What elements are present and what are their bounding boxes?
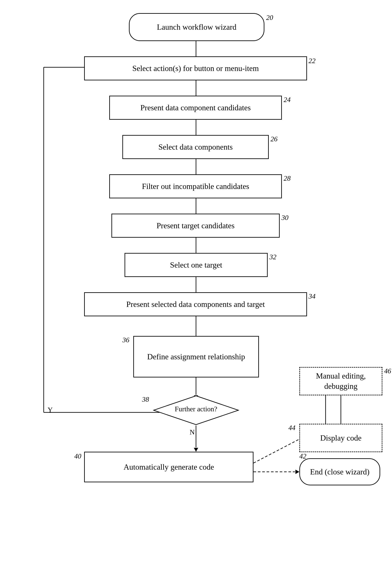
manual-edit-label: Manual editing, debugging xyxy=(300,371,382,391)
further-num: 38 xyxy=(142,395,149,403)
present-target-node: Present target candidates xyxy=(112,214,280,238)
select-data-label: Select data components xyxy=(158,142,233,152)
define-label: Define assignment relationship xyxy=(147,352,245,362)
n-label: N xyxy=(190,428,195,436)
auto-gen-num: 40 xyxy=(74,452,81,460)
further-action-node: Further action? xyxy=(153,395,239,426)
present-data-label: Present data component candidates xyxy=(140,103,251,113)
select-target-node: Select one target xyxy=(125,253,268,277)
select-data-node: Select data components xyxy=(122,135,269,159)
display-code-num: 44 xyxy=(288,424,295,432)
svg-marker-25 xyxy=(295,470,299,474)
end-label: End (close wizard) xyxy=(310,467,369,477)
present-target-num: 30 xyxy=(281,214,288,222)
present-data-num: 24 xyxy=(284,96,291,104)
launch-node: Launch workflow wizard xyxy=(129,13,264,41)
manual-edit-node: Manual editing, debugging xyxy=(299,367,382,395)
filter-label: Filter out incompatible candidates xyxy=(142,181,249,192)
filter-node: Filter out incompatible candidates xyxy=(109,174,282,198)
select-actions-node: Select action(s) for button or menu-item xyxy=(84,56,307,80)
select-actions-num: 22 xyxy=(308,57,316,65)
y-label: Y xyxy=(48,406,53,414)
launch-num: 20 xyxy=(266,14,273,22)
svg-marker-19 xyxy=(194,448,198,452)
display-code-node: Display code xyxy=(299,424,382,452)
filter-num: 28 xyxy=(284,174,291,182)
present-data-node: Present data component candidates xyxy=(109,96,282,120)
select-target-num: 32 xyxy=(269,253,276,261)
launch-label: Launch workflow wizard xyxy=(157,22,237,32)
present-target-label: Present target candidates xyxy=(156,221,235,231)
select-data-num: 26 xyxy=(270,135,278,143)
flowchart-diagram: Launch workflow wizard 20 Select action(… xyxy=(0,0,392,564)
define-num: 36 xyxy=(122,336,129,344)
present-selected-label: Present selected data components and tar… xyxy=(126,299,265,310)
auto-gen-node: Automatically generate code xyxy=(84,452,253,482)
define-node: Define assignment relationship xyxy=(133,336,259,377)
select-target-label: Select one target xyxy=(170,260,222,270)
display-code-label: Display code xyxy=(320,433,362,443)
end-node: End (close wizard) xyxy=(299,458,380,485)
manual-edit-num: 46 xyxy=(384,367,391,375)
present-selected-node: Present selected data components and tar… xyxy=(84,292,307,316)
present-selected-num: 34 xyxy=(308,292,316,300)
svg-text:Further action?: Further action? xyxy=(175,405,217,413)
end-num: 42 xyxy=(299,452,306,460)
auto-gen-label: Automatically generate code xyxy=(124,462,214,472)
select-actions-label: Select action(s) for button or menu-item xyxy=(132,63,259,74)
svg-line-26 xyxy=(253,437,304,463)
